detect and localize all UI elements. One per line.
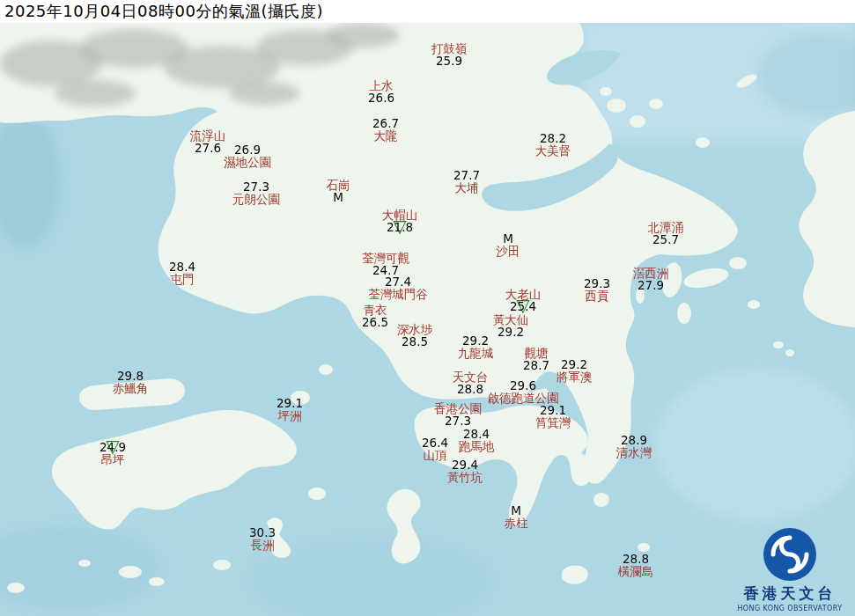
weather-station: 29.1筲箕灣: [535, 404, 571, 429]
station-temperature: M: [327, 191, 350, 203]
weather-station: 深水埗28.5: [397, 323, 433, 348]
weather-station: 荃灣可觀24.7: [362, 252, 409, 276]
weather-station: 流浮山27.6: [190, 129, 226, 154]
weather-station: 打鼓嶺25.9: [431, 42, 468, 67]
weather-station: 28.2大美督: [535, 132, 571, 157]
temperature-value: 24.9: [100, 440, 126, 454]
weather-station: M沙田: [497, 232, 520, 257]
weather-station: 天文台28.8: [453, 370, 489, 395]
weather-station: 29.2將軍澳: [556, 358, 593, 383]
weather-station: 30.3長洲: [249, 526, 276, 551]
station-name: 坪洲: [276, 409, 303, 422]
station-temperature: 29.2: [493, 326, 529, 338]
temperature-value: 29.2: [462, 334, 489, 348]
stations-layer: 打鼓嶺25.9上水26.6流浮山27.626.9濕地公園26.7大隴28.2大美…: [0, 0, 855, 616]
station-name: 黃大仙: [493, 313, 529, 326]
temperature-value: 29.4: [452, 458, 478, 472]
temperature-value: 26.9: [234, 143, 261, 157]
temperature-value: 30.3: [249, 525, 276, 539]
station-temperature: ▽24.9: [100, 441, 126, 453]
station-name: 滘西洲: [633, 267, 669, 279]
temperature-value: 29.3: [584, 276, 610, 290]
temperature-value: 29.1: [540, 403, 566, 417]
station-temperature: 25.9: [431, 55, 468, 67]
weather-station: 28.4屯門: [169, 260, 195, 285]
station-name: 元朗公園: [232, 193, 280, 205]
station-temperature: 26.9: [224, 143, 271, 156]
station-name: 將軍澳: [556, 370, 593, 383]
temperature-value: 28.2: [540, 131, 566, 145]
weather-station: 29.1坪洲: [276, 397, 303, 422]
station-temperature: 30.3: [249, 526, 276, 539]
temperature-value: 27.3: [243, 180, 269, 194]
weather-station: 石崗M: [327, 179, 350, 203]
station-temperature: 28.5: [397, 335, 433, 348]
hko-logo-text-chinese: 香港天文台: [732, 583, 848, 604]
temperature-value: 27.6: [195, 141, 221, 155]
station-temperature: 29.2: [556, 358, 593, 370]
station-temperature: 29.3: [584, 277, 610, 290]
weather-station: 29.2九龍城: [458, 334, 494, 359]
station-name: 黃竹坑: [447, 471, 483, 483]
temperature-value: 26.4: [422, 436, 448, 450]
station-name: 赤柱: [505, 517, 528, 529]
station-temperature: 26.7: [372, 117, 399, 129]
station-name: 赤鱲角: [113, 382, 149, 394]
station-name: 橫瀾島: [618, 565, 654, 577]
weather-station: 上水26.6: [368, 79, 394, 104]
weather-station: 27.4荃灣城門谷: [368, 275, 428, 300]
temperature-value: 26.6: [368, 91, 394, 105]
title-bar: 2025年10月04日08時00分的氣溫(攝氏度): [0, 0, 855, 23]
temperature-value: 26.5: [362, 315, 388, 329]
station-temperature: 28.4: [459, 428, 495, 440]
station-temperature: 26.4: [422, 436, 448, 449]
temperature-value: 27.4: [385, 275, 411, 289]
temperature-value: 29.1: [276, 396, 303, 410]
station-temperature: M: [497, 232, 520, 245]
station-name: 青衣: [362, 304, 388, 316]
temperature-value: 25.7: [652, 232, 679, 246]
map-title: 2025年10月04日08時00分的氣溫(攝氏度): [4, 1, 323, 22]
temperature-value: 29.2: [498, 325, 524, 339]
temperature-value: 28.5: [402, 334, 428, 348]
weather-station: 28.9清水灣: [616, 434, 652, 458]
weather-station: 27.3元朗公園: [232, 180, 280, 205]
station-name: 北潭涌: [648, 221, 684, 233]
station-name: 打鼓嶺: [431, 42, 468, 55]
station-name: 天文台: [453, 370, 489, 383]
station-temperature: 27.9: [633, 279, 669, 291]
station-temperature: 25.7: [648, 233, 684, 246]
station-temperature: M: [505, 504, 528, 517]
temperature-value: 27.3: [445, 414, 471, 428]
weather-station: 北潭涌25.7: [648, 221, 684, 246]
weather-station: 29.3西貢: [584, 277, 610, 302]
station-name: 長洲: [249, 539, 276, 551]
station-temperature: 27.3: [232, 180, 280, 193]
station-temperature: 28.4: [169, 260, 195, 273]
station-temperature: 29.1: [535, 404, 571, 416]
temperature-value: 28.4: [169, 260, 195, 274]
station-name: 大隴: [372, 129, 399, 142]
station-temperature: 27.7: [453, 169, 480, 181]
temperature-value: 27.9: [638, 278, 664, 292]
temperature-value: 28.8: [623, 552, 649, 566]
hko-logo: 香港天文台 HONG KONG OBSERVATORY: [732, 527, 848, 612]
weather-station: 香港公園27.3: [434, 402, 482, 427]
station-name: 沙田: [497, 245, 520, 257]
station-name: 跑馬地: [459, 440, 495, 452]
temperature-value: M: [333, 190, 343, 204]
station-temperature: 28.8: [453, 383, 489, 395]
temperature-value: 28.8: [457, 382, 483, 396]
weather-station: 黃大仙29.2: [493, 313, 529, 338]
station-name: 流浮山: [190, 129, 226, 142]
station-name: 啟德跑道公園: [488, 392, 559, 404]
station-temperature: 26.6: [368, 92, 394, 104]
station-name: 筲箕灣: [535, 416, 571, 429]
temperature-value: 29.8: [117, 369, 144, 383]
station-name: 大埔: [453, 181, 480, 194]
weather-station: 觀塘28.7: [523, 347, 549, 371]
temperature-value: 26.7: [372, 116, 399, 130]
station-temperature: 28.9: [616, 434, 652, 446]
temperature-value: 27.7: [453, 168, 480, 182]
weather-station: 26.4山頂: [422, 436, 448, 461]
